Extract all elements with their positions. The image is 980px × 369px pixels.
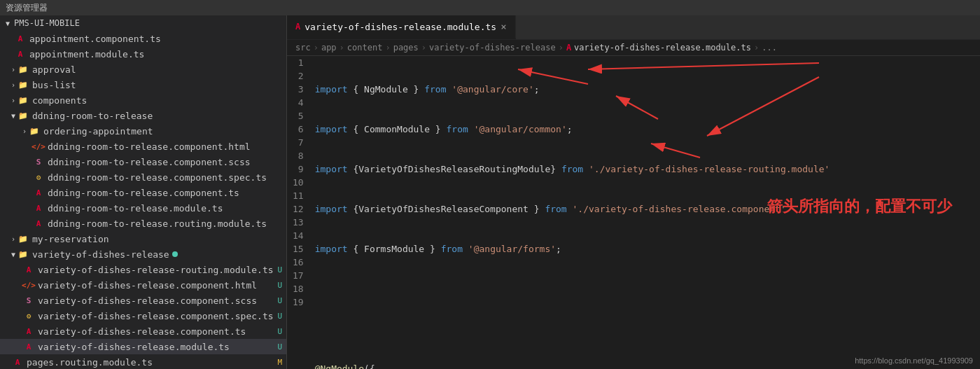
chevron-icon: › [11,97,15,104]
scss-icon: S [32,155,45,168]
file-label: appointment.module.ts [29,49,144,60]
sidebar-item-pages-routing[interactable]: A pages.routing.module.ts M [0,354,286,369]
badge-u: U [277,281,282,290]
angular-icon: A [32,202,45,214]
folder-label: bus-list [32,80,76,90]
badge-u: U [277,342,282,351]
folder-icon: 📁 [17,232,29,245]
code-line-6 [315,282,966,295]
sidebar-item-bus-list[interactable]: › 📁 bus-list [0,77,286,92]
title-bar: 资源管理器 [0,0,980,15]
breadcrumb-sep: › [559,43,564,53]
tab-close-button[interactable]: × [500,21,506,32]
breadcrumb-file: variety-of-dishes-release.module.ts [574,43,751,53]
sidebar-item-appointment-module[interactable]: A appointment.module.ts [0,46,286,62]
scss-icon: S [22,294,35,307]
sidebar-item-ddning-spec[interactable]: ⚙ ddning-room-to-release.component.spec.… [0,169,286,185]
sidebar-item-variety-routing[interactable]: A variety-of-dishes-release-routing.modu… [0,262,286,277]
file-label: ddning-room-to-release.component.spec.ts [48,172,267,183]
folder-label: approval [32,64,76,75]
folder-icon: 📁 [28,125,41,137]
chevron-icon: › [22,127,27,135]
sidebar-item-ddning-module[interactable]: A ddning-room-to-release.module.ts [0,200,286,216]
file-label: variety-of-dishes-release.component.html [38,280,257,291]
editor-area: A variety-of-dishes-release.module.ts × … [287,15,980,369]
angular-icon: A [22,263,35,276]
angular-icon: A [32,186,45,199]
file-label: appointment.component.ts [29,34,161,44]
folder-label: ddning-room-to-release [32,111,153,121]
title-label: 资源管理器 [6,2,48,14]
tab-variety-module[interactable]: A variety-of-dishes-release.module.ts × [287,15,516,39]
file-label: variety-of-dishes-release.component.spec… [38,311,274,321]
sidebar-item-my-reservation[interactable]: › 📁 my-reservation [0,231,286,246]
chevron-icon: ▼ [11,251,15,258]
code-line-3: import {VarietyOfDishesReleaseRoutingMod… [315,162,966,176]
sidebar-item-variety-folder[interactable]: ▼ 📁 variety-of-dishes-release [0,246,286,262]
file-label: pages.routing.module.ts [27,357,153,368]
breadcrumb-pages: pages [393,43,419,53]
sidebar-item-ddning-scss[interactable]: S ddning-room-to-release.component.scss [0,154,286,169]
sidebar-item-variety-module[interactable]: A variety-of-dishes-release.module.ts U [0,339,286,354]
modified-dot [172,251,178,257]
breadcrumb-variety: variety-of-dishes-release [429,43,556,53]
file-label: ddning-room-to-release.module.ts [48,203,223,214]
sidebar-root-label: PMS-UI-MOBILE [14,18,80,28]
sidebar-item-ddning-component-ts[interactable]: A ddning-room-to-release.component.ts [0,185,286,200]
chevron-icon: › [11,81,15,89]
sidebar-item-variety-html[interactable]: </> variety-of-dishes-release.component.… [0,277,286,293]
sidebar-item-ddning-html[interactable]: </> ddning-room-to-release.component.htm… [0,139,286,154]
sidebar-item-appointment-component[interactable]: A appointment.component.ts [0,31,286,46]
breadcrumb-sep: › [421,43,426,53]
sidebar-item-ddning-routing[interactable]: A ddning-room-to-release.routing.module.… [0,216,286,231]
annotation-text: 箭头所指向的，配置不可少 [767,196,952,217]
file-label: ddning-room-to-release.component.ts [48,188,239,198]
folder-label: my-reservation [32,234,109,244]
sidebar-item-ddning-folder[interactable]: ▼ 📁 ddning-room-to-release [0,108,286,123]
angular-icon: A [11,356,24,368]
breadcrumb-sep: › [754,43,759,53]
spec-icon: ⚙ [32,171,45,183]
chevron-icon: ▼ [6,20,10,27]
breadcrumb-content: content [347,43,383,53]
main-layout: ▼ PMS-UI-MOBILE A appointment.component.… [0,15,980,369]
sidebar-item-components[interactable]: › 📁 components [0,92,286,108]
angular-tab-icon: A [295,22,300,32]
angular-icon: A [22,340,35,353]
folder-icon: 📁 [17,109,29,122]
breadcrumb-sep: › [314,43,318,53]
sidebar-item-variety-spec[interactable]: ⚙ variety-of-dishes-release.component.sp… [0,308,286,323]
breadcrumb-ellipsis: ... [762,43,777,53]
file-label: variety-of-dishes-release.module.ts [38,342,230,352]
breadcrumb: src › app › content › pages › variety-of… [287,40,980,56]
folder-icon: 📁 [17,63,29,76]
code-line-1: import { NgModule } from '@angular/core'… [315,83,966,96]
editor-content[interactable]: 12345 678910 1112131415 16171819 import … [287,56,980,369]
badge-u: U [277,296,282,305]
sidebar-item-variety-component-ts[interactable]: A variety-of-dishes-release.component.ts… [0,323,286,339]
file-label: ddning-room-to-release.component.html [48,141,251,152]
file-label: variety-of-dishes-release.component.ts [38,326,246,337]
sidebar-item-ordering-appointment[interactable]: › 📁 ordering-appointment [0,123,286,139]
file-label: ddning-room-to-release.routing.module.ts [48,218,267,229]
sidebar-item-approval[interactable]: › 📁 approval [0,62,286,77]
badge-u: U [277,312,282,321]
chevron-icon: › [11,66,15,74]
sidebar-item-variety-scss[interactable]: S variety-of-dishes-release.component.sc… [0,293,286,308]
file-label: variety-of-dishes-release.component.scss [38,295,257,306]
folder-icon: 📁 [17,248,29,260]
chevron-icon: ▼ [11,112,15,120]
file-label: variety-of-dishes-release-routing.module… [38,265,274,275]
html-icon: </> [32,140,45,153]
file-label: ddning-room-to-release.component.scss [48,157,251,167]
spec-icon: ⚙ [22,309,35,322]
chevron-icon: › [11,235,15,243]
folder-label: variety-of-dishes-release [32,249,169,260]
tab-label: variety-of-dishes-release.module.ts [304,22,496,32]
angular-icon: A [14,48,27,60]
code-line-5: import { FormsModule } from '@angular/fo… [315,242,966,256]
badge-u: U [277,265,282,274]
sidebar-root[interactable]: ▼ PMS-UI-MOBILE [0,15,286,31]
watermark: https://blog.csdn.net/gq_41993909 [855,356,973,365]
html-icon: </> [22,279,35,291]
